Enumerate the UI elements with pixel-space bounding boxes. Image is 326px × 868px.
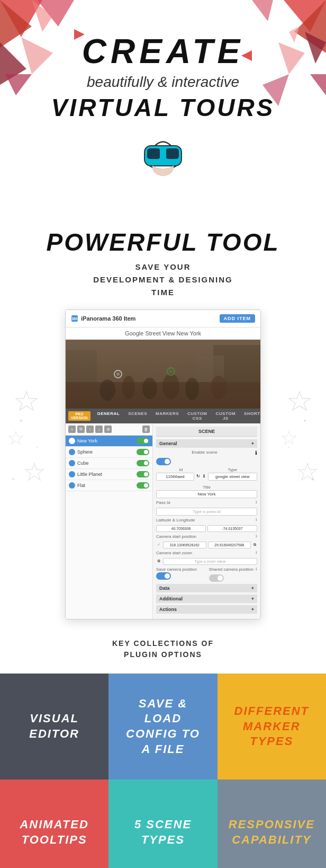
toolbar-down-icon[interactable]: ↓: [95, 426, 103, 433]
plugin-title: 360 iPanorama 360 Item: [71, 315, 135, 322]
feature-marker-types: DIFFERENTMARKERTYPES: [218, 674, 326, 780]
zoom-input[interactable]: Type a zoom value: [163, 558, 257, 565]
toolbar-delete-icon[interactable]: 🗑: [142, 426, 150, 433]
enable-scene-field: Enable scene ℹ: [156, 450, 257, 456]
feature-save-load: SAVE & LOADCONFIG TOA FILE: [108, 674, 217, 780]
toolbar-copy-icon[interactable]: ⧉: [77, 426, 85, 433]
street-view-label: Google Street View New York: [66, 327, 260, 340]
plugin-content: SCENE General + Enable scene ℹ Id: [153, 423, 260, 619]
plugin-tabs-bar: PRO VERSION GENERAL SCENES MARKERS CUSTO…: [66, 409, 260, 423]
camera-zoom-field: Camera start zoom ℹ ⚙ Type a zoom value: [156, 551, 257, 565]
toolbar-settings-icon[interactable]: ⚙: [104, 426, 112, 433]
stars-decoration-left: [5, 389, 48, 497]
lat-input[interactable]: 40.7056306: [156, 525, 206, 532]
scene-general-section: General +: [156, 439, 257, 448]
powerful-title: POWERFUL TOOL: [11, 228, 315, 256]
key-collections: KEY COLLECTIONS OF PLUGIN OPTIONS: [11, 630, 315, 668]
feature-label-save-load: SAVE & LOADCONFIG TOA FILE: [119, 696, 206, 757]
powerful-sub: SAVE YOUR DEVELOPMENT & DESIGNING TIME: [11, 261, 315, 299]
list-item-little-planet[interactable]: Little Planet: [66, 469, 152, 480]
stars-decoration-right: [278, 389, 321, 497]
svg-marker-28: [282, 431, 296, 444]
feature-label-animated-tooltips: ANIMATEDTOOLTIPS: [20, 817, 88, 847]
tab-general[interactable]: GENERAL: [93, 409, 124, 423]
plugin-header: 360 iPanorama 360 Item ADD ITEM: [66, 310, 260, 327]
list-item-new-york[interactable]: New York: [66, 436, 152, 447]
toggle-cube[interactable]: [137, 460, 149, 466]
save-camera-toggle[interactable]: [156, 572, 171, 580]
title-input[interactable]: New York: [156, 490, 257, 498]
svg-rect-19: [166, 148, 179, 159]
svg-marker-27: [289, 392, 310, 410]
data-section: Data +: [156, 584, 257, 592]
copy-icon[interactable]: ⧉: [252, 542, 257, 548]
plugin-icon: 360: [71, 315, 78, 322]
id-type-row: Id 11566aed ↻ ℹ Type google street view: [156, 467, 257, 483]
shared-camera-toggle[interactable]: .scene-toggle-off::after { left: 2px; ri…: [209, 574, 224, 582]
svg-text:360: 360: [71, 317, 78, 321]
svg-rect-20: [160, 148, 166, 159]
scene-icon: [69, 482, 75, 489]
scene-icon: [69, 471, 75, 477]
svg-marker-22: [9, 431, 23, 444]
list-item-sphere[interactable]: Sphere: [66, 447, 152, 458]
actions-section: Actions +: [156, 605, 257, 614]
svg-point-31: [288, 446, 290, 448]
svg-marker-10: [252, 0, 273, 21]
svg-point-30: [304, 420, 306, 422]
tab-shortcode[interactable]: SHORTCODE: [240, 409, 261, 423]
tab-scenes[interactable]: SCENES: [124, 409, 151, 423]
scene-icon: [69, 460, 75, 466]
sidebar-toolbar: + ⧉ ↑ ↓ ⚙ 🗑: [66, 423, 152, 436]
feature-label-visual-editor: VISUALEDITOR: [29, 711, 79, 741]
refresh-icon[interactable]: ↻: [195, 473, 201, 481]
svg-point-32: [312, 478, 314, 480]
panorama-image: [66, 340, 260, 409]
enable-scene-toggle[interactable]: [156, 458, 257, 465]
feature-label-scene-types: 5 SCENETYPES: [134, 817, 192, 847]
list-item-flat[interactable]: Flat: [66, 480, 152, 491]
toolbar-up-icon[interactable]: ↑: [86, 426, 94, 433]
tab-custom-js[interactable]: CUSTOM JS: [212, 409, 240, 423]
tab-markers[interactable]: MARKERS: [151, 409, 183, 423]
toggle-little-planet[interactable]: [137, 471, 149, 477]
tab-custom-css[interactable]: CUSTOM CSS: [183, 409, 212, 423]
plugin-sidebar: + ⧉ ↑ ↓ ⚙ 🗑 New York Sphere: [66, 423, 153, 619]
toggle-new-york[interactable]: [137, 438, 149, 444]
feature-label-responsive: RESPONSIVECAPABILITY: [229, 817, 315, 847]
pro-version-badge: PRO VERSION: [68, 411, 90, 421]
svg-marker-23: [25, 463, 43, 480]
svg-point-24: [20, 420, 22, 422]
vr-headset-icon: [139, 132, 187, 180]
info-icon: ℹ: [202, 473, 206, 481]
pass-id-input[interactable]: Type a pano-id: [156, 508, 257, 516]
scene-tab-header: SCENE: [156, 427, 257, 437]
svg-marker-29: [298, 463, 316, 480]
feature-label-marker-types: DIFFERENTMARKERTYPES: [234, 704, 309, 749]
hero-title: CREATE: [11, 32, 315, 71]
title-field: Title New York: [156, 485, 257, 498]
key-collections-title: KEY COLLECTIONS OF PLUGIN OPTIONS: [21, 638, 305, 660]
toggle-flat[interactable]: [137, 482, 149, 489]
save-shared-row: Save camera position Shared camera posit…: [156, 567, 257, 582]
id-input[interactable]: 11566aed: [156, 473, 194, 481]
list-item-cube[interactable]: Cube: [66, 458, 152, 469]
svg-point-26: [12, 478, 14, 480]
powerful-section: POWERFUL TOOL SAVE YOUR DEVELOPMENT & DE…: [0, 212, 326, 674]
hero-subtitle2: VIRTUAL TOURS: [11, 93, 315, 122]
svg-rect-18: [147, 148, 160, 159]
feature-scene-types: 5 SCENETYPES: [108, 780, 217, 868]
plugin-tabs[interactable]: GENERAL SCENES MARKERS CUSTOM CSS CUSTOM…: [93, 409, 261, 423]
cam-y-input[interactable]: 29.919046207588: [208, 542, 251, 548]
scene-icon: [69, 449, 75, 455]
feature-grid: VISUALEDITOR SAVE & LOADCONFIG TOA FILE …: [0, 674, 326, 868]
feature-animated-tooltips: ANIMATEDTOOLTIPS: [0, 780, 108, 868]
add-item-button[interactable]: ADD ITEM: [220, 314, 256, 323]
toggle-sphere[interactable]: [137, 449, 149, 455]
lng-input[interactable]: -74.0135037: [207, 525, 257, 532]
type-select[interactable]: google street view: [208, 473, 258, 481]
cam-x-input[interactable]: 318.13069528162: [163, 542, 206, 548]
feature-responsive: RESPONSIVECAPABILITY: [218, 780, 326, 868]
toolbar-add-icon[interactable]: +: [68, 426, 76, 433]
svg-marker-21: [16, 392, 37, 410]
